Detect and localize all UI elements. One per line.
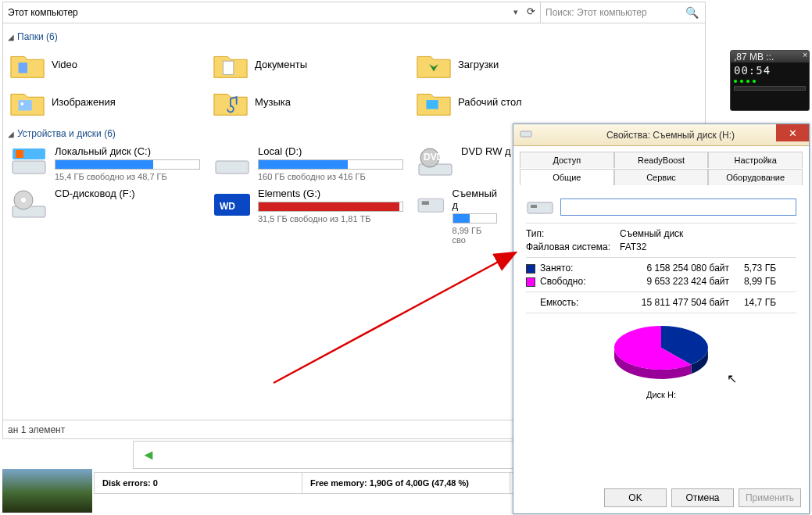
folder-icon bbox=[213, 86, 249, 117]
folder-label: Музыка bbox=[255, 96, 291, 108]
refresh-icon[interactable]: ⟳ bbox=[527, 5, 535, 17]
cap-h: 14,7 ГБ bbox=[729, 297, 776, 308]
folder-icon bbox=[213, 48, 249, 80]
svg-rect-4 bbox=[426, 100, 438, 109]
folder-icon bbox=[9, 48, 45, 80]
gadget-leds bbox=[731, 78, 809, 84]
path-text: Этот компьютер bbox=[8, 7, 78, 18]
dialog-title-text: Свойства: Съемный диск (H:) bbox=[538, 130, 803, 141]
removable-drive-icon bbox=[416, 188, 446, 222]
search-icon: 🔍 bbox=[685, 6, 699, 19]
disk-title-icon bbox=[520, 129, 532, 141]
folder-icon bbox=[9, 86, 45, 117]
cursor-icon: ↖ bbox=[727, 371, 737, 386]
used-h: 5,73 ГБ bbox=[729, 263, 776, 274]
dialog-titlebar[interactable]: Свойства: Съемный диск (H:) ✕ bbox=[513, 124, 809, 146]
ok-button[interactable]: OK bbox=[604, 488, 667, 507]
svg-point-3 bbox=[20, 102, 23, 106]
folder-tile[interactable]: Рабочий стол bbox=[410, 83, 613, 120]
status-text: ан 1 элемент bbox=[8, 424, 65, 435]
tab-access[interactable]: Доступ bbox=[520, 152, 614, 168]
free-h: 8,99 ГБ bbox=[729, 276, 776, 287]
cap-bytes: 15 811 477 504 байт bbox=[620, 297, 729, 308]
type-value: Съемный диск bbox=[620, 228, 683, 239]
close-button[interactable]: ✕ bbox=[776, 124, 809, 141]
tab-hardware[interactable]: Оборудование bbox=[708, 169, 803, 185]
properties-dialog: Свойства: Съемный диск (H:) ✕ Доступ Rea… bbox=[513, 123, 810, 514]
path-box[interactable]: Этот компьютер ▾ ⟳ bbox=[3, 2, 541, 23]
drive-name: CD-дисковод (F:) bbox=[55, 188, 200, 199]
free-label: Свободно: bbox=[540, 276, 586, 287]
tab-row-bottom: Общие Сервис Оборудование bbox=[520, 168, 803, 185]
drive-tile[interactable]: Local (D:) 160 ГБ свободно из 416 ГБ bbox=[206, 142, 410, 184]
apply-button[interactable]: Применить bbox=[739, 488, 801, 507]
folders-grid: Video Документы Загрузки Изображения Муз… bbox=[3, 45, 705, 120]
free-memory-cell: Free memory: 1,90G of 4,00G (47,48 %) bbox=[302, 473, 510, 493]
tab-general[interactable]: Общие bbox=[520, 169, 614, 185]
drive-icon bbox=[9, 145, 48, 180]
folder-tile[interactable]: Музыка bbox=[206, 83, 410, 120]
drive-sub: 160 ГБ свободно из 416 ГБ bbox=[258, 172, 403, 181]
free-swatch bbox=[526, 277, 535, 287]
folder-tile[interactable]: Документы bbox=[206, 45, 410, 83]
cancel-button[interactable]: Отмена bbox=[671, 488, 734, 507]
drive-bar bbox=[55, 159, 200, 170]
tab-settings[interactable]: Настройка bbox=[708, 152, 803, 168]
folders-header-text: Папки (6) bbox=[17, 31, 58, 42]
tab-row-top: Доступ ReadyBoost Настройка bbox=[520, 151, 803, 168]
drive-name: Локальный диск (C:) bbox=[55, 145, 200, 157]
desktop-wallpaper bbox=[2, 469, 92, 513]
drive-tile[interactable]: CD-дисковод (F:) bbox=[3, 184, 206, 248]
folder-tile[interactable]: Загрузки bbox=[410, 45, 613, 83]
used-bytes: 6 158 254 080 байт bbox=[620, 263, 729, 274]
drive-tile[interactable]: WD Elements (G:) 31,5 ГБ свободно из 1,8… bbox=[206, 184, 410, 248]
drives-header-text: Устройства и диски (6) bbox=[17, 128, 116, 139]
drive-sub: 15,4 ГБ свободно из 48,7 ГБ bbox=[55, 172, 200, 181]
svg-rect-21 bbox=[531, 205, 537, 208]
folder-label: Документы bbox=[255, 59, 307, 70]
folder-tile[interactable]: Video bbox=[3, 45, 206, 83]
collapse-icon: ◢ bbox=[8, 33, 14, 41]
gadget-progress bbox=[734, 86, 806, 91]
back-arrow-icon: ◄ bbox=[141, 447, 156, 463]
drive-bar bbox=[258, 202, 403, 212]
folder-tile[interactable]: Изображения bbox=[3, 83, 206, 120]
disk-icon bbox=[526, 196, 554, 218]
svg-rect-19 bbox=[520, 131, 531, 137]
drive-sub: 8,99 ГБ сво bbox=[453, 226, 497, 245]
drive-name: Local (D:) bbox=[258, 145, 403, 157]
svg-rect-0 bbox=[19, 63, 28, 73]
pie-chart: Диск H: bbox=[526, 321, 796, 399]
volume-label-input[interactable] bbox=[560, 198, 796, 216]
folder-label: Video bbox=[52, 59, 77, 70]
type-label: Тип: bbox=[526, 228, 620, 239]
tab-readyboost[interactable]: ReadyBoost bbox=[614, 152, 709, 168]
svg-rect-7 bbox=[16, 150, 23, 158]
used-swatch bbox=[526, 264, 535, 274]
search-box[interactable]: Поиск: Этот компьютер 🔍 bbox=[541, 2, 705, 23]
svg-text:WD: WD bbox=[220, 201, 235, 212]
drive-sub: 31,5 ГБ свободно из 1,81 ТБ bbox=[258, 214, 403, 224]
tab-service[interactable]: Сервис bbox=[614, 169, 709, 185]
drive-tile[interactable]: Локальный диск (C:) 15,4 ГБ свободно из … bbox=[3, 142, 206, 184]
drive-bar bbox=[453, 213, 497, 224]
drive-name: Elements (G:) bbox=[258, 188, 403, 199]
folder-label: Рабочий стол bbox=[458, 96, 522, 108]
cap-label: Емкость: bbox=[526, 297, 620, 308]
svg-text:DVD: DVD bbox=[424, 152, 444, 163]
collapse-icon: ◢ bbox=[8, 130, 14, 138]
drive-tile[interactable]: Съемный д 8,99 ГБ сво bbox=[410, 184, 503, 248]
cd-icon bbox=[9, 188, 48, 222]
folder-label: Изображения bbox=[52, 96, 116, 108]
chevron-down-icon[interactable]: ▾ bbox=[513, 7, 518, 17]
folders-header[interactable]: ◢ Папки (6) bbox=[3, 23, 705, 45]
desktop-gadget[interactable]: ,87 MB ::. × 00:54 bbox=[730, 50, 810, 111]
disk-errors-cell: Disk errors: 0 bbox=[95, 473, 302, 493]
svg-rect-18 bbox=[422, 201, 429, 205]
drive-bar bbox=[258, 159, 403, 170]
folder-label: Загрузки bbox=[458, 59, 499, 70]
dvd-icon: DVD bbox=[416, 145, 455, 180]
drive-name: Съемный д bbox=[453, 188, 497, 211]
close-icon[interactable]: × bbox=[803, 51, 807, 59]
svg-rect-1 bbox=[223, 61, 233, 74]
